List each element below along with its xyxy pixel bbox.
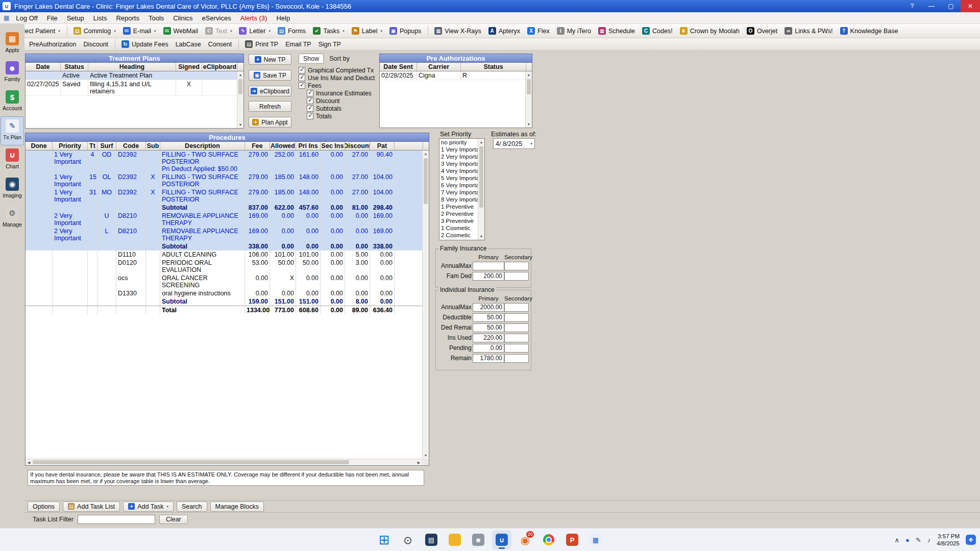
procedures-hscrollbar[interactable]	[26, 459, 422, 465]
tp-action-button[interactable]: Refresh	[249, 101, 291, 112]
sidebar-item-txplan[interactable]: ✎ Tx Plan	[1, 116, 24, 145]
toolbar-button[interactable]: ✉ E-mail	[119, 26, 160, 36]
treatment-plans-scrollbar[interactable]	[237, 71, 243, 128]
sidebar-item-account[interactable]: $ Account	[1, 87, 24, 116]
sidebar-item-appts[interactable]: ▦ Appts	[1, 29, 24, 58]
tp-toolbar-button[interactable]: ↻ Update Fees	[115, 39, 172, 49]
tray-icon-pen[interactable]: ✎	[916, 536, 921, 544]
taskbar-icon-chrome[interactable]	[539, 530, 558, 549]
secondary-input[interactable]	[504, 354, 529, 363]
menu-item[interactable]: Clinics	[168, 13, 197, 23]
clear-button[interactable]: Clear	[159, 515, 188, 524]
pre-auth-row[interactable]: 02/28/2025 Cigna R	[380, 71, 532, 80]
menu-item[interactable]: Lists	[89, 13, 112, 23]
priority-item[interactable]: 7 Very Importa	[439, 189, 478, 196]
tp-action-button[interactable]: ▣ Save TP	[249, 70, 291, 81]
toolbar-button[interactable]: ✔ Tasks	[309, 26, 348, 36]
toolbar-button[interactable]: ✉ WebMail	[160, 26, 202, 36]
show-panel-tab[interactable]: Show	[299, 54, 324, 64]
priority-scrollbar[interactable]	[478, 139, 484, 240]
priority-item[interactable]: 1 Very Importa	[439, 146, 478, 153]
close-button[interactable]: ✕	[961, 0, 980, 12]
taskbar-icon-start[interactable]: ⊞	[375, 530, 394, 549]
priority-item[interactable]: 4 Very Importa	[439, 167, 478, 174]
toolbar-button[interactable]: C Codes!	[639, 26, 676, 36]
tray-icon-hidden-icons[interactable]: ∧	[894, 536, 899, 544]
toolbar-button[interactable]: ▤ Commlog	[67, 26, 119, 36]
toolbar-button[interactable]: X Flex	[524, 26, 553, 36]
taskbar-icon-open-dental[interactable]: ∪	[492, 530, 511, 549]
show-checkbox[interactable]: Fees	[299, 82, 375, 89]
tp-toolbar-button[interactable]: ▤ Print TP	[238, 39, 282, 49]
sidebar-item-family[interactable]: ☻ Family	[1, 58, 24, 87]
tp-action-button[interactable]: + Plan Appt	[249, 117, 291, 128]
secondary-input[interactable]	[504, 344, 529, 353]
pre-auth-scrollbar[interactable]	[525, 71, 532, 128]
priority-item[interactable]: 2 Very Importa	[439, 153, 478, 160]
treatment-plan-row[interactable]: Active Active Treatment Plan	[26, 71, 243, 80]
primary-input[interactable]: 50.00	[473, 313, 504, 322]
secondary-input[interactable]	[504, 323, 529, 332]
bottom-bar-button[interactable]: Manage Blocks	[210, 502, 264, 512]
show-checkbox[interactable]: Insurance Estimates	[307, 89, 375, 97]
sidebar-item-chart[interactable]: ∪ Chart	[1, 145, 24, 174]
sidebar-item-manage[interactable]: ⚙ Manage	[1, 204, 24, 233]
primary-input[interactable]: 2000.00	[473, 303, 504, 312]
primary-input[interactable]: 220.00	[473, 334, 504, 342]
tray-icon-tray-app[interactable]: ●	[905, 536, 910, 544]
priority-item[interactable]: 5 Very Importa	[439, 174, 478, 182]
bottom-bar-button[interactable]: Options	[28, 502, 60, 512]
taskbar-icon-file-explorer[interactable]	[445, 530, 464, 549]
show-panel-tab[interactable]: Sort by	[325, 54, 354, 64]
toolbar-button[interactable]: O Overjet	[743, 26, 781, 36]
toolbar-button[interactable]: ✆ Text	[202, 26, 235, 36]
priority-item[interactable]: 2 Cosmetic	[439, 232, 478, 239]
primary-input[interactable]: 200.00	[473, 272, 504, 281]
priority-item[interactable]: 6 Very Importa	[439, 182, 478, 189]
menu-item[interactable]: Tools	[144, 13, 168, 23]
taskbar-icon-search[interactable]: ⊙	[398, 530, 418, 549]
menu-item[interactable]: Alerts (3)	[236, 13, 272, 23]
taskbar-icon-app-dark[interactable]: ▤	[422, 530, 441, 549]
task-list-filter-input[interactable]	[78, 515, 155, 524]
estimates-date-picker[interactable]: 4/ 8/2025	[493, 138, 535, 149]
sidebar-item-imaging[interactable]: ◉ Imaging	[1, 174, 24, 204]
procedure-row[interactable]: Subtotal 159.00 151.00 151.00 0.00 8.00 …	[26, 297, 422, 306]
menu-item[interactable]: eServices	[198, 13, 236, 23]
priority-item[interactable]: 3 Very Importa	[439, 160, 478, 167]
taskbar-icon-firefox[interactable]: ◉ 20	[516, 530, 535, 549]
procedure-row[interactable]: 2 Very Important U D8210 REMOVABLE APPLI…	[26, 212, 422, 227]
secondary-input[interactable]	[504, 313, 529, 322]
toolbar-button[interactable]: ▣ Popups	[386, 26, 425, 36]
priority-item[interactable]: 1 Preventive	[439, 203, 478, 210]
tray-icon-volume[interactable]: ♪	[927, 536, 931, 544]
toolbar-button[interactable]: ▦ Schedule	[595, 26, 639, 36]
tp-toolbar-button[interactable]: Consent	[205, 39, 236, 49]
show-checkbox[interactable]: Use Ins Max and Deduct	[299, 74, 375, 82]
procedure-row[interactable]: 2 Very Important L D8210 REMOVABLE APPLI…	[26, 227, 422, 242]
procedure-row[interactable]: D1330 oral hygiene instructions 0.00 0.0…	[26, 289, 422, 297]
secondary-input[interactable]	[504, 334, 529, 342]
secondary-input[interactable]	[504, 272, 529, 281]
primary-input[interactable]: 50.00	[473, 323, 504, 332]
chat-icon[interactable]: ❖	[966, 535, 976, 545]
treatment-plan-row[interactable]: 02/27/2025 Saved filling 4,15,31 and U/L…	[26, 80, 243, 96]
procedure-row[interactable]: D1110 ADULT CLEANING 106.00 101.00 101.0…	[26, 251, 422, 259]
priority-item[interactable]: 1 Cosmetic	[439, 224, 478, 232]
tp-action-button[interactable]: ➜ eClipboard	[249, 86, 291, 96]
menu-item[interactable]: Setup	[62, 13, 89, 23]
procedure-row[interactable]: D0120 PERIODIC ORAL EVALUATION 53.00 50.…	[26, 259, 422, 274]
procedure-row[interactable]: 1 Very Important 4 OD D2392 FILLING - TW…	[26, 151, 422, 173]
toolbar-button[interactable]: ? Knowledge Base	[837, 26, 902, 36]
tp-toolbar-button[interactable]: Sign TP	[315, 39, 345, 49]
tp-toolbar-button[interactable]: Email TP	[282, 39, 314, 49]
secondary-input[interactable]	[504, 303, 529, 312]
priority-item[interactable]: 3 Preventive	[439, 217, 478, 224]
primary-input[interactable]: 1780.00	[473, 354, 504, 363]
procedure-row[interactable]: Subtotal 837.00 622.00 457.60 0.00 81.00…	[26, 204, 422, 212]
tp-action-button[interactable]: + New TP	[249, 54, 291, 65]
bottom-bar-button[interactable]: + Add Task	[123, 502, 174, 512]
help-button[interactable]: ?	[902, 0, 922, 12]
procedures-vscrollbar[interactable]	[422, 151, 429, 459]
procedure-row[interactable]: Subtotal 338.00 0.00 0.00 0.00 0.00 338.…	[26, 242, 422, 251]
